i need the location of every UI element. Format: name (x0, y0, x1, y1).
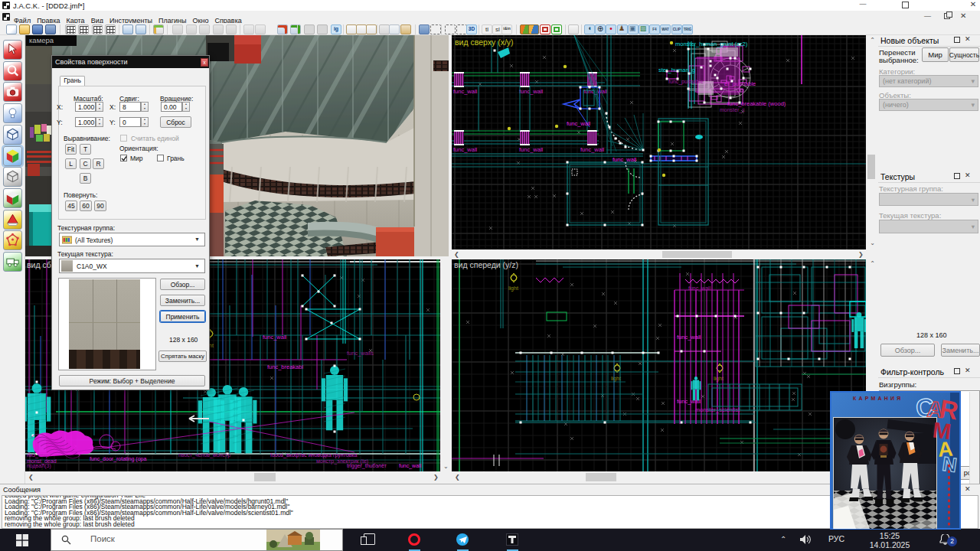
svg-text:light: light (508, 285, 518, 292)
svg-text:func_breakabl: func_breakabl (267, 364, 303, 370)
svg-text:func_wall: func_wall (453, 88, 478, 95)
svg-text:func_wall: func_wall (519, 146, 544, 153)
svg-text:КАРМАНИЯ: КАРМАНИЯ (853, 396, 903, 401)
svg-text:пвост_челов_монстр: пвост_челов_монстр (178, 452, 230, 458)
svg-text:вид сверху (x/y): вид сверху (x/y) (455, 37, 514, 47)
svg-text:er_pushable: er_pushable (724, 80, 756, 87)
svg-text:func_wall: func_wall (453, 146, 478, 153)
svg-text:func_wall: func_wall (677, 334, 701, 341)
svg-text:func_wall: func_wall (399, 463, 422, 469)
svg-text:вид спереди (y/z): вид спереди (y/z) (454, 260, 518, 269)
svg-text:func_wall: func_wall (567, 120, 591, 127)
svg-text:func_walls: func_walls (347, 350, 374, 357)
svg-text:func_breakable (wood): func_breakable (wood) (727, 100, 786, 107)
svg-text:func_wall: func_wall (580, 146, 605, 153)
svg-text:fuoos_вкофтвс иноводка грунтов: fuoos_вкофтвс иноводка грунтовка (270, 452, 358, 458)
svg-text:monster_human_grunt (zz2): monster_human_grunt (zz2) (675, 41, 748, 47)
svg-text:monster_c: monster_c (720, 107, 745, 113)
svg-text:низ_откр''': низ_откр''' (27, 452, 52, 458)
svg-text:func_door_rotating (opa: func_door_rotating (opa (90, 456, 146, 462)
svg-text:func_pushable: func_pushable (668, 79, 704, 85)
svg-text:камера: камера (29, 36, 54, 44)
svg-text:light: light (611, 376, 621, 382)
svg-text:подвал(3): подвал(3) (27, 463, 51, 469)
svg-text:func_wall: func_wall (688, 285, 711, 292)
svg-text:func_wall: func_wall (519, 88, 544, 95)
svg-text:func_wall: func_wall (263, 334, 287, 341)
svg-text:light: light (714, 376, 724, 382)
svg-text:trigger_thuбэлёт: trigger_thuбэлёт (347, 463, 387, 469)
